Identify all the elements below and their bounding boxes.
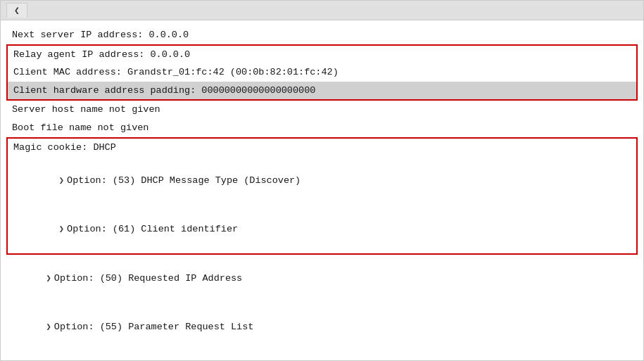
option-53-line[interactable]: ❯> Option: (53) DHCP Message Type (Disco… [8,156,636,205]
option-50-line[interactable]: ❯> Option: (50) Requested IP AddressOpti… [1,255,643,303]
option-255-line[interactable]: ❯Option: (255) End [1,351,643,360]
server-host-line: Server host name not given [1,101,643,119]
client-hw-padding-line: Client hardware address padding: 0000000… [8,82,636,100]
next-server-line: Next server IP address: 0.0.0.0 [1,26,643,44]
expand-arrow-55[interactable]: ❯ [46,321,51,334]
option-61-line[interactable]: ❯Option: (61) Client identifier [8,205,636,253]
content-area[interactable]: Next server IP address: 0.0.0.0 Relay ag… [1,20,643,360]
expand-arrow-50[interactable]: ❯ [46,272,51,286]
boot-file-line: Boot file name not given [1,119,643,137]
title-bar: ❮ [1,1,643,20]
scroll-tab[interactable]: ❮ [6,3,27,18]
relay-agent-line: Relay agent IP address: 0.0.0.0 [8,46,636,64]
option-55-line[interactable]: ❯Option: (55) Parameter Request List [1,303,643,352]
magic-cookie-line: Magic cookie: DHCP [8,139,636,157]
wireshark-window: ❮ Next server IP address: 0.0.0.0 Relay … [0,0,644,361]
expand-arrow-53[interactable]: ❯ [59,175,64,188]
red-box-group-2: Magic cookie: DHCP ❯> Option: (53) DHCP … [6,137,638,255]
client-mac-line: Client MAC address: Grandstr_01:fc:42 (0… [8,63,636,82]
red-box-group-1: Relay agent IP address: 0.0.0.0 Client M… [6,44,638,101]
expand-arrow-61[interactable]: ❯ [59,223,64,236]
